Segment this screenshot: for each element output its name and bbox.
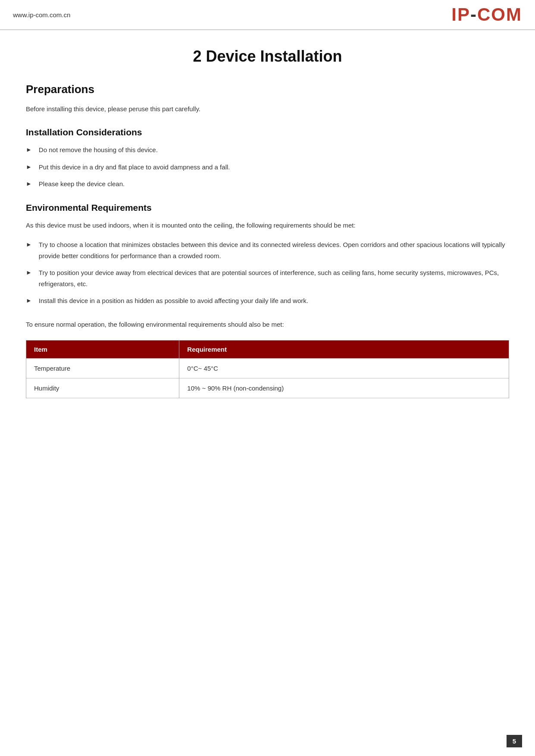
list-item: ► Put this device in a dry and flat plac… (26, 162, 509, 173)
bullet-text: Try to position your device away from el… (39, 267, 509, 289)
environmental-requirements-title: Environmental Requirements (26, 203, 509, 213)
table-cell-item: Humidity (26, 378, 179, 398)
bullet-text: Do not remove the housing of this device… (39, 144, 509, 156)
table-row: Temperature 0°C~ 45°C (26, 358, 509, 378)
table-header-row: Item Requirement (26, 340, 509, 358)
logo-text: IP-COM (451, 4, 522, 25)
env-intro-text: As this device must be used indoors, whe… (26, 220, 509, 231)
table-cell-value: 10% ~ 90% RH (non-condensing) (179, 378, 509, 398)
bullet-arrow-icon: ► (26, 145, 32, 155)
page-title: 2 Device Installation (26, 47, 509, 66)
preparations-section: Preparations Before installing this devi… (26, 83, 509, 114)
table-cell-item: Temperature (26, 358, 179, 378)
website-text: www.ip-com.com.cn (13, 11, 70, 19)
main-content: 2 Device Installation Preparations Befor… (0, 30, 535, 446)
installation-bullets: ► Do not remove the housing of this devi… (26, 144, 509, 190)
table-intro-text: To ensure normal operation, the followin… (26, 319, 509, 330)
table-row: Humidity 10% ~ 90% RH (non-condensing) (26, 378, 509, 398)
footer: 5 (507, 735, 522, 747)
list-item: ► Try to position your device away from … (26, 267, 509, 289)
installation-considerations-title: Installation Considerations (26, 127, 509, 137)
page-number: 5 (507, 735, 522, 747)
logo: IP-COM (451, 4, 522, 25)
list-item: ► Do not remove the housing of this devi… (26, 144, 509, 156)
table-header-requirement: Requirement (179, 340, 509, 358)
preparations-title: Preparations (26, 83, 509, 96)
preparations-intro: Before installing this device, please pe… (26, 104, 509, 114)
installation-considerations-section: Installation Considerations ► Do not rem… (26, 127, 509, 190)
environmental-requirements-section: Environmental Requirements As this devic… (26, 203, 509, 398)
env-bullets: ► Try to choose a location that minimize… (26, 239, 509, 306)
environmental-table: Item Requirement Temperature 0°C~ 45°C H… (26, 340, 509, 398)
bullet-text: Install this device in a position as hid… (39, 295, 509, 306)
bullet-arrow-icon: ► (26, 179, 32, 189)
header: www.ip-com.com.cn IP-COM (0, 0, 535, 30)
list-item: ► Install this device in a position as h… (26, 295, 509, 306)
bullet-text: Put this device in a dry and flat place … (39, 162, 509, 173)
bullet-arrow-icon: ► (26, 268, 32, 278)
bullet-arrow-icon: ► (26, 162, 32, 172)
bullet-arrow-icon: ► (26, 240, 32, 250)
table-header-item: Item (26, 340, 179, 358)
table-cell-value: 0°C~ 45°C (179, 358, 509, 378)
list-item: ► Please keep the device clean. (26, 178, 509, 190)
list-item: ► Try to choose a location that minimize… (26, 239, 509, 261)
bullet-text: Try to choose a location that minimizes … (39, 239, 509, 261)
bullet-arrow-icon: ► (26, 296, 32, 306)
bullet-text: Please keep the device clean. (39, 178, 509, 190)
